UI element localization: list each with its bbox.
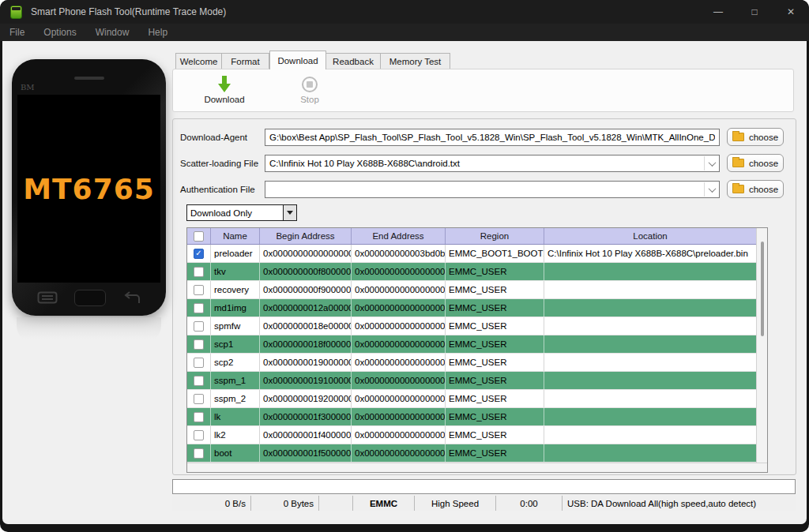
phone-brand-label: BM <box>21 83 35 92</box>
tab-welcome[interactable]: Welcome <box>175 53 222 69</box>
table-row[interactable]: boot0x000000001f5000000x0000000000000000… <box>187 444 756 463</box>
cell-begin: 0x0000000012a00000 <box>260 299 352 317</box>
cell-location <box>544 390 756 407</box>
download-mode-value: Download Only <box>187 208 283 218</box>
row-checkbox-cell <box>187 354 211 371</box>
cell-begin: 0x0000000000000000 <box>260 245 352 262</box>
table-row[interactable]: tkv0x000000000f8000000x0000000000000000E… <box>187 263 756 281</box>
partition-table-body: preloader0x00000000000000000x00000000000… <box>187 245 756 463</box>
cell-location <box>544 299 756 317</box>
table-row[interactable]: sspm_20x00000000192000000x00000000000000… <box>187 390 756 408</box>
table-row[interactable]: scp20x00000000190000000x0000000000000000… <box>187 354 756 372</box>
speaker-icon <box>74 77 104 80</box>
menu-options[interactable]: Options <box>34 24 85 41</box>
scrollbar-thumb[interactable] <box>761 242 764 336</box>
scatter-file-choose-button[interactable]: choose <box>727 154 784 172</box>
row-checkbox[interactable] <box>194 412 204 422</box>
scatter-combo-arrow-icon[interactable] <box>704 156 719 170</box>
cell-end: 0x0000000000000000 <box>352 281 446 298</box>
row-checkbox[interactable] <box>194 285 204 295</box>
table-row[interactable]: scp10x0000000018f000000x0000000000000000… <box>187 335 756 354</box>
maximize-button[interactable]: □ <box>736 0 773 24</box>
cell-name: md1img <box>211 299 260 317</box>
cell-name: sspm_2 <box>211 390 260 407</box>
table-header: Name Begin Address End Address Region Lo… <box>187 228 756 245</box>
table-row[interactable]: recovery0x000000000f9000000x000000000000… <box>187 281 756 299</box>
cell-region: EMMC_USER <box>446 317 544 335</box>
cell-end: 0x0000000000000000 <box>352 426 446 444</box>
row-checkbox[interactable] <box>194 430 204 440</box>
cell-region: EMMC_BOOT1_BOOT2 <box>446 245 544 262</box>
auth-combo-arrow-icon[interactable] <box>704 182 719 197</box>
auth-file-choose-button[interactable]: choose <box>727 180 784 198</box>
row-checkbox-cell <box>187 299 211 317</box>
status-empty <box>319 496 353 511</box>
cell-location <box>544 317 756 335</box>
cell-end: 0x0000000000000000 <box>352 390 446 407</box>
row-checkbox[interactable] <box>194 448 204 459</box>
table-row[interactable]: sspm_10x00000000191000000x00000000000000… <box>187 372 756 390</box>
status-bar: 0 B/s 0 Bytes EMMC High Speed 0:00 USB: … <box>172 496 796 511</box>
row-checkbox[interactable] <box>194 376 204 386</box>
menu-file[interactable]: File <box>0 24 34 41</box>
cell-begin: 0x0000000019200000 <box>260 390 352 407</box>
col-begin-address: Begin Address <box>260 228 352 244</box>
cell-begin: 0x0000000019000000 <box>260 354 352 371</box>
table-row[interactable]: preloader0x00000000000000000x00000000000… <box>187 245 756 263</box>
status-usb-speed: High Speed <box>415 496 496 511</box>
tab-memory-test[interactable]: Memory Test <box>381 53 450 69</box>
row-checkbox[interactable] <box>194 394 204 404</box>
row-checkbox-cell <box>187 281 211 298</box>
scatter-file-input[interactable] <box>265 155 720 172</box>
close-button[interactable]: ✕ <box>773 0 809 24</box>
cell-location <box>544 335 756 353</box>
header-checkbox-cell <box>187 228 211 244</box>
row-checkbox-cell <box>187 335 211 353</box>
row-checkbox[interactable] <box>194 358 204 368</box>
minimize-button[interactable]: — <box>700 0 736 24</box>
dropdown-arrow-icon[interactable] <box>283 205 296 220</box>
status-storage: EMMC <box>353 496 415 511</box>
download-button-label: Download <box>189 95 260 104</box>
cell-region: EMMC_USER <box>446 299 544 317</box>
col-region: Region <box>446 228 544 244</box>
progress-bar <box>172 479 796 494</box>
download-agent-choose-button[interactable]: choose <box>727 128 784 146</box>
row-checkbox[interactable] <box>194 321 204 332</box>
tab-format[interactable]: Format <box>222 53 269 69</box>
cell-region: EMMC_USER <box>446 444 544 462</box>
cell-location <box>544 263 756 280</box>
cell-begin: 0x0000000019100000 <box>260 372 352 389</box>
folder-icon <box>732 133 744 141</box>
download-button[interactable]: Download <box>189 74 260 104</box>
table-vertical-scrollbar[interactable] <box>756 228 767 463</box>
cell-name: lk2 <box>211 426 260 444</box>
table-row[interactable]: lk20x000000001f4000000x0000000000000000E… <box>187 426 756 444</box>
menu-window[interactable]: Window <box>86 24 139 41</box>
tab-readback[interactable]: Readback <box>326 53 381 69</box>
status-usb-mode: USB: DA Download All(high speed,auto det… <box>563 496 796 511</box>
table-row[interactable]: md1img0x0000000012a000000x00000000000000… <box>187 299 756 317</box>
table-horizontal-scrollbar[interactable] <box>187 463 767 472</box>
row-checkbox[interactable] <box>194 249 204 259</box>
menu-nav-icon <box>37 291 58 304</box>
table-row[interactable]: spmfw0x0000000018e000000x000000000000000… <box>187 317 756 335</box>
cell-end: 0x0000000000000000 <box>352 317 446 335</box>
home-nav-icon <box>74 290 106 306</box>
menu-help[interactable]: Help <box>138 24 177 41</box>
stop-button[interactable]: Stop <box>274 74 345 104</box>
tab-download[interactable]: Download <box>269 51 326 69</box>
table-row[interactable]: lk0x000000001f3000000x0000000000000000EM… <box>187 408 756 426</box>
cell-location <box>544 426 756 444</box>
download-agent-input[interactable] <box>265 129 720 146</box>
cell-end: 0x0000000000000000 <box>352 408 446 425</box>
phone-nav-bar <box>12 287 166 308</box>
select-all-checkbox[interactable] <box>194 231 204 242</box>
row-checkbox[interactable] <box>194 267 204 277</box>
cell-begin: 0x000000000f900000 <box>260 281 352 298</box>
auth-file-input[interactable] <box>265 181 720 198</box>
download-agent-label: Download-Agent <box>180 133 247 142</box>
row-checkbox[interactable] <box>194 303 204 313</box>
row-checkbox[interactable] <box>194 339 204 350</box>
download-mode-dropdown[interactable]: Download Only <box>186 204 297 221</box>
